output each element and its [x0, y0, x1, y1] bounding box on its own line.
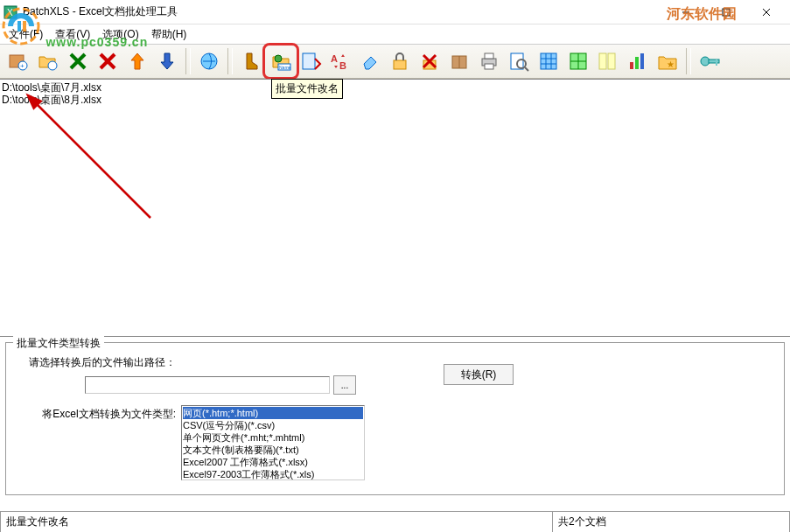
- type-option[interactable]: CSV(逗号分隔)(*.csv): [183, 419, 363, 431]
- svg-line-53: [35, 102, 150, 218]
- svg-rect-45: [608, 53, 615, 69]
- chart-bars-icon[interactable]: [624, 47, 652, 75]
- menu-file[interactable]: 文件(F): [3, 25, 48, 44]
- svg-text:B: B: [339, 60, 346, 71]
- move-down-icon[interactable]: [153, 47, 181, 75]
- svg-rect-32: [485, 64, 493, 69]
- clear-icon[interactable]: [94, 47, 122, 75]
- status-right: 共2个文档: [552, 511, 790, 532]
- svg-point-12: [48, 61, 57, 70]
- list-item[interactable]: D:\tools\桌面\7月.xlsx: [2, 81, 790, 94]
- svg-rect-21: [303, 53, 315, 69]
- svg-rect-47: [635, 57, 639, 69]
- type-option[interactable]: 单个网页文件(*.mht;*.mhtml): [183, 431, 363, 444]
- toolbar: + Name AB ★: [0, 44, 790, 79]
- worksheet-green-icon[interactable]: [564, 47, 592, 75]
- svg-text:★: ★: [667, 60, 675, 69]
- batch-rename-button[interactable]: Name: [267, 47, 295, 75]
- rename-tooltip: 批量文件改名: [271, 79, 343, 99]
- folder-star-icon[interactable]: ★: [654, 47, 682, 75]
- list-item[interactable]: D:\tools\桌面\8月.xlsx: [2, 94, 790, 106]
- app-icon: X: [3, 5, 17, 19]
- svg-rect-52: [716, 60, 717, 66]
- type-option[interactable]: Excel2007 工作薄格式(*.xlsx): [183, 456, 363, 468]
- type-label: 将Excel文档转换为文件类型:: [15, 405, 181, 422]
- menu-help[interactable]: 帮助(H): [146, 25, 192, 44]
- worksheet-blue-icon[interactable]: [535, 47, 563, 75]
- svg-rect-6: [723, 9, 730, 16]
- annotation-arrow: [19, 87, 177, 244]
- titlebar: X BatchXLS - Excel文档批处理工具: [0, 0, 790, 24]
- browse-button[interactable]: ...: [333, 375, 356, 395]
- menubar: 文件(F) 查看(V) 选项(O) 帮助(H): [0, 24, 790, 44]
- ie-icon[interactable]: [195, 47, 223, 75]
- svg-rect-51: [709, 60, 719, 63]
- eraser-icon[interactable]: [356, 47, 384, 75]
- svg-text:Name: Name: [279, 65, 291, 70]
- boot-icon[interactable]: [237, 47, 265, 75]
- add-files-icon[interactable]: +: [4, 47, 32, 75]
- type-option[interactable]: 网页(*.htm;*.html): [183, 407, 363, 419]
- svg-point-18: [275, 55, 282, 62]
- convert-button[interactable]: 转换(R): [444, 364, 514, 385]
- svg-rect-31: [485, 53, 493, 59]
- move-up-icon[interactable]: [123, 47, 151, 75]
- notes-icon[interactable]: [594, 47, 622, 75]
- svg-line-35: [525, 67, 528, 71]
- preview-icon[interactable]: [505, 47, 533, 75]
- minimize-button[interactable]: [666, 0, 706, 24]
- path-label: 请选择转换后的文件输出路径：: [15, 355, 181, 370]
- remove-icon[interactable]: [64, 47, 92, 75]
- svg-rect-48: [640, 53, 644, 69]
- extract-icon[interactable]: [297, 47, 325, 75]
- statusbar: 批量文件改名 共2个文档: [0, 511, 790, 532]
- maximize-button[interactable]: [706, 0, 746, 24]
- ab-replace-icon[interactable]: AB: [326, 47, 354, 75]
- lock-icon[interactable]: [386, 47, 414, 75]
- svg-rect-24: [394, 60, 406, 69]
- package-icon[interactable]: [445, 47, 473, 75]
- convert-legend: 批量文件类型转换: [13, 336, 104, 351]
- menu-options[interactable]: 选项(O): [97, 25, 143, 44]
- status-left: 批量文件改名: [0, 511, 552, 532]
- convert-panel: 批量文件类型转换 请选择转换后的文件输出路径： ... 转换(R) 将Excel…: [0, 336, 790, 504]
- type-option[interactable]: Excel97-2003工作薄格式(*.xls): [183, 468, 363, 480]
- menu-view[interactable]: 查看(V): [50, 25, 95, 44]
- print-icon[interactable]: [475, 47, 503, 75]
- svg-rect-46: [630, 62, 633, 69]
- svg-rect-44: [599, 53, 606, 69]
- svg-text:A: A: [331, 53, 338, 64]
- svg-rect-36: [541, 53, 556, 69]
- type-option[interactable]: 文本文件(制表格要隔)(*.txt): [183, 444, 363, 456]
- add-folder-icon[interactable]: [34, 47, 62, 75]
- svg-text:+: +: [20, 62, 24, 70]
- unlock-icon[interactable]: [416, 47, 444, 75]
- file-type-list[interactable]: 网页(*.htm;*.html) CSV(逗号分隔)(*.csv) 单个网页文件…: [181, 405, 365, 480]
- output-path-input[interactable]: [85, 376, 330, 394]
- svg-text:X: X: [7, 8, 13, 18]
- window-title: BatchXLS - Excel文档批处理工具: [23, 4, 178, 19]
- key-icon[interactable]: [696, 47, 724, 75]
- close-button[interactable]: [746, 0, 787, 24]
- file-list[interactable]: D:\tools\桌面\7月.xlsx D:\tools\桌面\8月.xlsx: [0, 79, 790, 336]
